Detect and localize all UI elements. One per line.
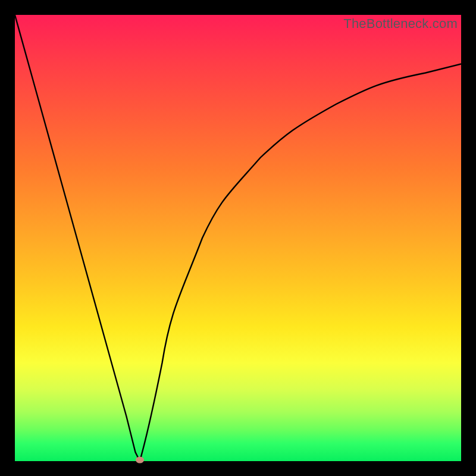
plot-area: TheBottleneck.com	[15, 15, 461, 461]
chart-frame: TheBottleneck.com	[0, 0, 476, 476]
bottleneck-curve	[15, 15, 461, 461]
minimum-marker	[136, 457, 144, 464]
